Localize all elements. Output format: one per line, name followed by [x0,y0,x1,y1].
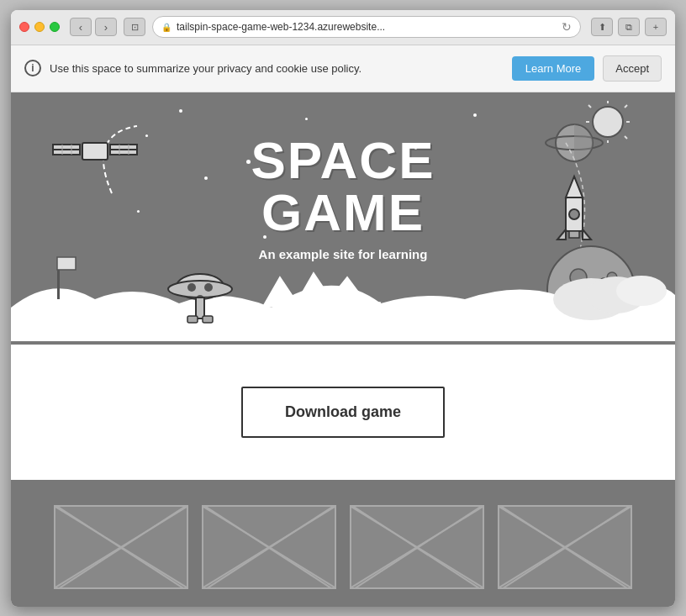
star [204,176,208,180]
placeholder-card-3 [350,505,484,589]
forward-icon: › [104,21,108,34]
right-controls: ⬆ ⧉ + [591,18,667,36]
address-bar[interactable]: 🔒 tailspin-space-game-web-1234.azurewebs… [152,16,581,38]
svg-point-24 [569,209,579,219]
close-button[interactable] [19,22,29,32]
browser-titlebar: ‹ › ⊡ 🔒 tailspin-space-game-web-1234.azu… [11,10,675,45]
svg-rect-39 [196,297,204,319]
nav-buttons: ‹ › [70,18,117,36]
star [145,134,148,137]
download-section: Download game [11,345,675,480]
window-view-button[interactable]: ⊡ [124,18,145,36]
browser-window: ‹ › ⊡ 🔒 tailspin-space-game-web-1234.azu… [11,10,675,607]
hero-subtitle: An example site for learning [251,247,435,261]
hero-title-line2: GAME [251,187,435,239]
maximize-button[interactable] [50,22,60,32]
hero-title-line1: SPACE [251,134,435,187]
svg-line-11 [625,105,627,108]
svg-point-9 [593,107,623,137]
tabs-button[interactable]: ⧉ [618,18,640,36]
share-button[interactable]: ⬆ [591,18,613,36]
hero-section: SPACE GAME An example site for learning [11,92,675,345]
star [473,113,477,117]
svg-marker-23 [583,229,591,240]
browser-content: i Use this space to summarize your priva… [11,45,675,607]
star [246,160,251,164]
window-view-icon: ⊡ [131,22,139,33]
star [305,118,308,120]
svg-point-44 [616,276,667,306]
svg-line-17 [588,105,591,108]
new-tab-button[interactable]: + [645,18,667,36]
svg-marker-21 [566,176,583,197]
cookie-banner: i Use this space to summarize your priva… [11,45,675,92]
svg-line-13 [625,136,627,139]
traffic-lights [19,22,60,32]
back-icon: ‹ [79,21,82,34]
info-icon: i [24,60,41,76]
svg-marker-22 [557,229,566,240]
hero-title: SPACE GAME An example site for learning [251,134,435,261]
plus-icon: + [653,22,658,32]
placeholder-cards [45,505,641,589]
placeholder-card-4 [498,505,632,589]
cookie-text: Use this space to summarize your privacy… [50,62,504,75]
lock-icon: 🔒 [161,23,172,32]
back-button[interactable]: ‹ [70,18,92,36]
placeholder-card-1 [54,505,188,589]
svg-point-36 [187,283,196,292]
accept-button[interactable]: Accept [603,55,662,82]
star [137,210,140,213]
placeholder-card-2 [202,505,336,589]
tabs-icon: ⧉ [625,22,632,33]
share-icon: ⬆ [599,22,606,33]
page-content: SPACE GAME An example site for learning [11,92,675,607]
forward-button[interactable]: › [95,18,117,36]
download-button[interactable]: Download game [241,387,445,438]
minimize-button[interactable] [34,22,45,32]
learn-more-button[interactable]: Learn More [512,56,594,81]
svg-rect-0 [82,143,108,160]
url-text: tailspin-space-game-web-1234.azurewebsit… [177,21,557,33]
svg-rect-41 [203,316,213,323]
svg-rect-40 [187,316,198,323]
footer-section [11,480,675,607]
star [179,109,182,113]
svg-rect-33 [57,257,76,270]
svg-point-37 [204,283,213,292]
satellite [45,118,145,205]
svg-rect-25 [569,231,579,238]
refresh-button[interactable]: ↻ [562,20,572,34]
